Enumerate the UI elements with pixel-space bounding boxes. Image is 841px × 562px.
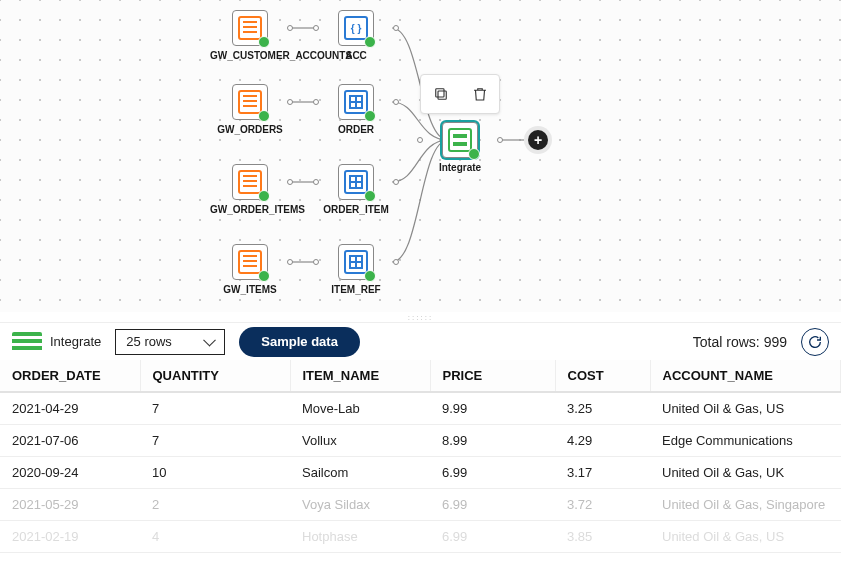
node-label: ORDER	[316, 124, 396, 135]
cell-price: 6.99	[430, 489, 555, 521]
svg-rect-6	[435, 89, 443, 97]
preview-toolbar: Integrate 25 rows Sample data Total rows…	[0, 322, 841, 360]
node-gw-order-items[interactable]: GW_ORDER_ITEMS	[210, 164, 290, 215]
rows-selector-value: 25 rows	[126, 334, 172, 349]
cell-account-name: Edge Communications	[650, 425, 841, 457]
cell-quantity: 7	[140, 392, 290, 425]
cell-price: 6.99	[430, 521, 555, 553]
cell-quantity: 10	[140, 457, 290, 489]
cell-order-date: 2021-04-29	[0, 392, 140, 425]
cell-account-name: United Oil & Gas, UK	[650, 457, 841, 489]
copy-icon[interactable]	[429, 82, 453, 106]
cell-price: 9.99	[430, 392, 555, 425]
node-integrate[interactable]: Integrate	[420, 122, 500, 173]
refresh-button[interactable]	[801, 328, 829, 356]
table-row[interactable]: 2021-07-067Vollux8.994.29Edge Communicat…	[0, 425, 841, 457]
table-row[interactable]: 2021-05-292Voya Sildax6.993.72United Oil…	[0, 489, 841, 521]
node-gw-orders[interactable]: GW_ORDERS	[210, 84, 290, 135]
cell-quantity: 4	[140, 521, 290, 553]
node-label: ITEM_REF	[316, 284, 396, 295]
table-row[interactable]: 2020-09-2410Sailcom6.993.17United Oil & …	[0, 457, 841, 489]
preview-table: ORDER_DATE QUANTITY ITEM_NAME PRICE COST…	[0, 360, 841, 553]
column-header[interactable]: PRICE	[430, 360, 555, 392]
cell-price: 6.99	[430, 457, 555, 489]
rows-selector[interactable]: 25 rows	[115, 329, 225, 355]
cell-quantity: 7	[140, 425, 290, 457]
node-order-item[interactable]: ORDER_ITEM	[316, 164, 396, 215]
cell-order-date: 2021-07-06	[0, 425, 140, 457]
node-label: GW_CUSTOMER_ACCOUNTS	[210, 50, 290, 61]
node-label: Integrate	[420, 162, 500, 173]
cell-cost: 3.72	[555, 489, 650, 521]
cell-item-name: Sailcom	[290, 457, 430, 489]
column-header[interactable]: QUANTITY	[140, 360, 290, 392]
cell-account-name: United Oil & Gas, Singapore	[650, 489, 841, 521]
node-label: GW_ITEMS	[210, 284, 290, 295]
sample-data-button[interactable]: Sample data	[239, 327, 360, 357]
column-header[interactable]: COST	[555, 360, 650, 392]
node-item-ref[interactable]: ITEM_REF	[316, 244, 396, 295]
node-label: GW_ORDERS	[210, 124, 290, 135]
node-toolbar	[420, 74, 500, 114]
total-rows: Total rows: 999	[693, 334, 787, 350]
svg-rect-5	[438, 91, 446, 99]
cell-cost: 4.29	[555, 425, 650, 457]
preview-node-name: Integrate	[50, 334, 101, 349]
cell-item-name: Vollux	[290, 425, 430, 457]
cell-quantity: 2	[140, 489, 290, 521]
cell-cost: 3.25	[555, 392, 650, 425]
cell-account-name: United Oil & Gas, US	[650, 521, 841, 553]
table-header-row: ORDER_DATE QUANTITY ITEM_NAME PRICE COST…	[0, 360, 841, 392]
node-label: GW_ORDER_ITEMS	[210, 204, 290, 215]
add-node-button[interactable]	[528, 130, 548, 150]
node-gw-customer-accounts[interactable]: GW_CUSTOMER_ACCOUNTS	[210, 10, 290, 61]
node-label: ACC	[316, 50, 396, 61]
cell-account-name: United Oil & Gas, US	[650, 392, 841, 425]
table-row[interactable]: 2021-02-194Hotphase6.993.85United Oil & …	[0, 521, 841, 553]
cell-order-date: 2021-02-19	[0, 521, 140, 553]
cell-item-name: Voya Sildax	[290, 489, 430, 521]
table-row[interactable]: 2021-04-297Move-Lab9.993.25United Oil & …	[0, 392, 841, 425]
cell-order-date: 2020-09-24	[0, 457, 140, 489]
panel-resize-handle[interactable]: ::::::	[0, 312, 841, 322]
trash-icon[interactable]	[468, 82, 492, 106]
node-acc[interactable]: ACC	[316, 10, 396, 61]
cell-cost: 3.17	[555, 457, 650, 489]
cell-price: 8.99	[430, 425, 555, 457]
flow-canvas[interactable]: GW_CUSTOMER_ACCOUNTS ACC GW_ORDERS ORDER…	[0, 0, 841, 312]
column-header[interactable]: ORDER_DATE	[0, 360, 140, 392]
column-header[interactable]: ACCOUNT_NAME	[650, 360, 841, 392]
node-order[interactable]: ORDER	[316, 84, 396, 135]
cell-item-name: Move-Lab	[290, 392, 430, 425]
cell-item-name: Hotphase	[290, 521, 430, 553]
node-gw-items[interactable]: GW_ITEMS	[210, 244, 290, 295]
cell-order-date: 2021-05-29	[0, 489, 140, 521]
node-label: ORDER_ITEM	[316, 204, 396, 215]
integrate-icon	[12, 332, 42, 352]
cell-cost: 3.85	[555, 521, 650, 553]
column-header[interactable]: ITEM_NAME	[290, 360, 430, 392]
